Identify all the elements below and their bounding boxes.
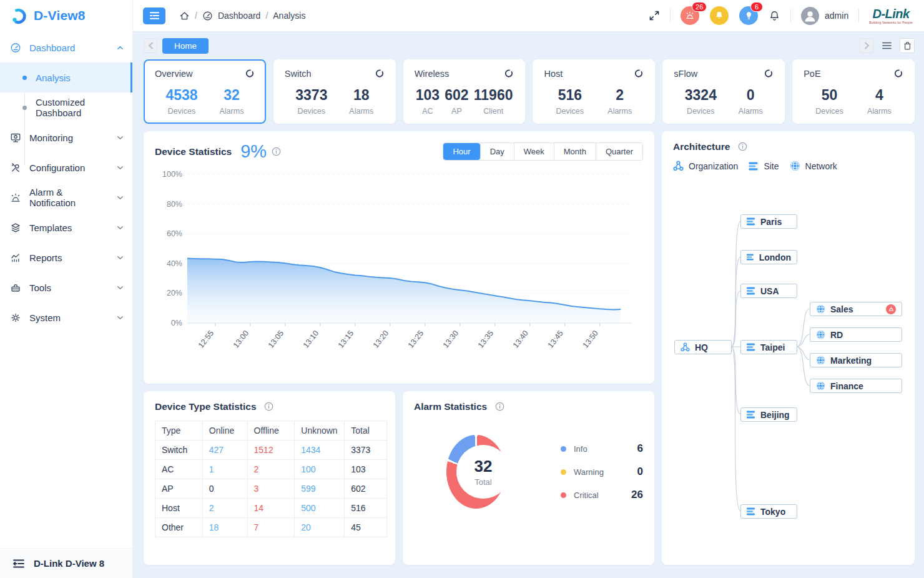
- tabs-menu-button[interactable]: [879, 38, 894, 53]
- cell-offline[interactable]: 14: [247, 499, 295, 518]
- card-title: sFlow: [674, 69, 697, 79]
- cell-online[interactable]: 18: [202, 518, 247, 537]
- cell-offline[interactable]: 1512: [247, 441, 295, 460]
- range-tab-month[interactable]: Month: [554, 143, 596, 160]
- sidebar-item-templates[interactable]: Templates: [0, 212, 132, 242]
- tabs-scroll-right-button[interactable]: [860, 38, 873, 53]
- summary-card-wireless[interactable]: Wireless 103AC 602AP 11960Client: [403, 59, 526, 124]
- sidebar-item-alarm-notification[interactable]: Alarm & Notification: [0, 182, 132, 212]
- cell-offline[interactable]: 7: [247, 518, 295, 537]
- sidebar-item-system[interactable]: System: [0, 302, 132, 332]
- cell-unknown[interactable]: 500: [295, 499, 345, 518]
- sidebar-item-analysis[interactable]: Analysis: [0, 62, 132, 92]
- cell-offline[interactable]: 2: [247, 460, 295, 479]
- sidebar-item-customized-dashboard[interactable]: Customized Dashboard: [0, 92, 132, 122]
- close-tabs-button[interactable]: [900, 38, 915, 53]
- sidebar-item-dashboard[interactable]: Dashboard: [0, 32, 132, 62]
- divider: [790, 9, 791, 22]
- device-type-statistics-panel: Device Type Statistics Type Online Offli…: [144, 391, 395, 565]
- fullscreen-icon[interactable]: [649, 10, 660, 21]
- app-name: D-View8: [34, 8, 86, 23]
- stat-label: Alarms: [607, 107, 632, 116]
- cell-type: AC: [155, 460, 203, 479]
- tree-node-taipei[interactable]: Taipei: [740, 340, 797, 354]
- refresh-icon[interactable]: [504, 68, 514, 79]
- tree-node-rd[interactable]: RD: [810, 327, 902, 342]
- breadcrumb-section[interactable]: Dashboard: [218, 11, 261, 21]
- tips-button[interactable]: 6: [739, 6, 758, 25]
- tree-node-paris[interactable]: Paris: [740, 214, 797, 229]
- info-icon[interactable]: [738, 142, 747, 151]
- info-icon[interactable]: [495, 402, 504, 411]
- range-tab-day[interactable]: Day: [480, 143, 514, 160]
- refresh-icon[interactable]: [375, 68, 385, 79]
- legend-item-critical[interactable]: Critical 26: [561, 489, 643, 501]
- alarm-badge-icon[interactable]: [886, 304, 896, 314]
- range-tab-hour[interactable]: Hour: [443, 143, 479, 160]
- cell-unknown[interactable]: 1434: [295, 441, 345, 460]
- notifications-bell-icon[interactable]: [769, 10, 780, 22]
- tree-node-sales[interactable]: Sales: [810, 302, 902, 316]
- bullet-dot: [22, 76, 27, 80]
- sidebar-collapse[interactable]: D-Link D-View 8: [0, 548, 132, 578]
- cell-unknown[interactable]: 599: [295, 479, 345, 499]
- tree-node-usa[interactable]: USA: [740, 284, 797, 298]
- alarm-siren-icon: [10, 192, 21, 203]
- stat-label: Alarms: [867, 107, 892, 116]
- legend-item-info[interactable]: Info 6: [561, 442, 643, 455]
- cell-offline[interactable]: 3: [247, 479, 295, 499]
- breadcrumb-separator: /: [265, 11, 268, 21]
- summary-card-host[interactable]: Host 516Devices 2Alarms: [533, 59, 655, 124]
- alarm-notifications-button[interactable]: 26: [681, 6, 699, 25]
- tree-node-tokyo[interactable]: Tokyo: [740, 504, 797, 519]
- tab-home[interactable]: Home: [162, 38, 209, 54]
- cell-online[interactable]: 427: [202, 441, 247, 460]
- alarm-donut-chart[interactable]: 32 Total: [446, 435, 506, 509]
- cell-total: 516: [345, 499, 387, 518]
- range-tab-quarter[interactable]: Quarter: [596, 143, 642, 160]
- legend-value: 6: [637, 442, 643, 455]
- top-header: / Dashboard / Analysis 26 6 admin D-Link…: [133, 0, 924, 31]
- refresh-icon[interactable]: [634, 68, 644, 79]
- refresh-icon[interactable]: [764, 68, 774, 79]
- summary-card-sflow[interactable]: sFlow 3324Devices 0Alarms: [662, 59, 785, 124]
- dlink-logo-text: D-Link: [872, 7, 909, 20]
- user-avatar[interactable]: [801, 7, 819, 25]
- summary-cards: Overview 4538Devices 32Alarms Switch 337…: [144, 59, 915, 124]
- sidebar-item-reports[interactable]: Reports: [0, 242, 132, 272]
- chevron-down-icon: [117, 194, 124, 201]
- tree-node-finance[interactable]: Finance: [810, 379, 902, 393]
- summary-card-poe[interactable]: PoE 50Devices 4Alarms: [792, 59, 915, 124]
- sidebar-item-tools[interactable]: Tools: [0, 272, 132, 302]
- refresh-icon[interactable]: [245, 68, 255, 79]
- tabs-scroll-left-button[interactable]: [144, 38, 157, 53]
- breadcrumb-page[interactable]: Analysis: [273, 11, 305, 21]
- range-tab-week[interactable]: Week: [514, 143, 554, 160]
- app-logo[interactable]: D-View8: [0, 0, 132, 31]
- legend-label: Warning: [574, 467, 637, 477]
- tree-node-beijing[interactable]: Beijing: [740, 407, 797, 422]
- home-icon[interactable]: [179, 11, 190, 21]
- cell-unknown[interactable]: 20: [295, 518, 345, 537]
- organization-icon: [681, 342, 690, 352]
- collapse-sidebar-button[interactable]: [143, 7, 165, 24]
- sidebar-item-monitoring[interactable]: Monitoring: [0, 122, 132, 152]
- tree-node-marketing[interactable]: Marketing: [810, 353, 902, 367]
- summary-card-switch[interactable]: Switch 3373Devices 18Alarms: [273, 59, 396, 124]
- refresh-icon[interactable]: [893, 68, 903, 79]
- sidebar-item-configuration[interactable]: Configuration: [0, 152, 132, 182]
- legend-item-warning[interactable]: Warning 0: [561, 466, 643, 478]
- username[interactable]: admin: [825, 11, 848, 21]
- col-header: Total: [345, 421, 387, 441]
- tree-node-hq[interactable]: HQ: [674, 340, 732, 354]
- info-icon[interactable]: [264, 402, 273, 411]
- summary-card-overview[interactable]: Overview 4538Devices 32Alarms: [144, 59, 266, 124]
- cell-online[interactable]: 1: [202, 460, 247, 479]
- panel-title: Device Type Statistics: [155, 401, 257, 412]
- col-header: Type: [155, 421, 203, 441]
- tree-node-london[interactable]: London: [740, 250, 797, 264]
- warning-notifications-button[interactable]: [710, 6, 729, 25]
- cell-unknown[interactable]: 100: [295, 460, 345, 479]
- info-icon[interactable]: [272, 147, 281, 156]
- cell-online[interactable]: 2: [202, 499, 247, 518]
